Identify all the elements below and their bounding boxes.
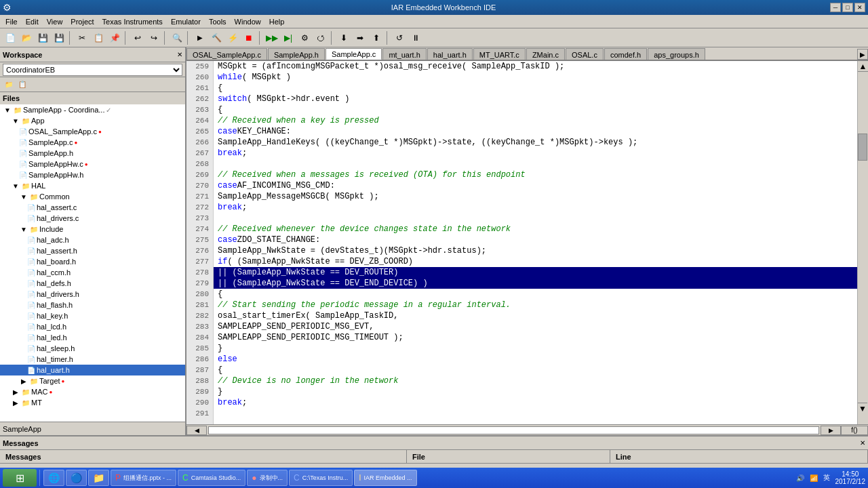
toolbar-paste[interactable]: 📌	[107, 30, 122, 45]
hscroll-bar[interactable]: ◀ ▶ f()	[186, 424, 868, 435]
tree-item-sampleapp-c[interactable]: 📄 SampleApp.c ●	[0, 137, 185, 148]
tree-item-hal-assert-c[interactable]: 📄 hal_assert.c	[0, 202, 185, 213]
window-controls[interactable]: ─ □ ✕	[830, 3, 865, 12]
toolbar-save[interactable]: 💾	[35, 30, 50, 45]
menu-file[interactable]: File	[1, 16, 22, 27]
tab-sampleapp-c[interactable]: SampleApp.c	[326, 48, 382, 60]
tree-item-mt[interactable]: ▶ 📁 MT	[0, 397, 185, 408]
scroll-left-btn[interactable]: ◀	[186, 426, 207, 435]
toolbar-undo[interactable]: ↩	[130, 30, 145, 45]
toolbar-redo[interactable]: ↪	[146, 30, 161, 45]
toolbar-compile[interactable]: ▶	[193, 30, 208, 45]
menu-help[interactable]: Help	[265, 16, 289, 27]
hscroll-thumb[interactable]	[208, 426, 819, 434]
tree-item-sampleapp-h[interactable]: 📄 SampleApp.h	[0, 148, 185, 159]
ws-btn-1[interactable]: 📁	[3, 79, 15, 90]
tree-item-hal-sleep[interactable]: 📄 hal_sleep.h	[0, 343, 185, 354]
tab-mt-uart-c[interactable]: MT_UART.c	[473, 48, 526, 60]
toolbar-reset[interactable]: ↺	[392, 30, 407, 45]
toolbar-rebuild[interactable]: ⚡	[225, 30, 240, 45]
tree-item-target[interactable]: ▶ 📁 Target ●	[0, 375, 185, 386]
scroll-thumb[interactable]	[858, 134, 867, 161]
tree-item-app[interactable]: ▼ 📁 App	[0, 115, 185, 126]
taskbar-item-camtasia[interactable]: C Camtasia Studio...	[178, 470, 245, 486]
tree-item-hal-timer[interactable]: 📄 hal_timer.h	[0, 354, 185, 365]
minimize-button[interactable]: ─	[830, 3, 841, 12]
toolbar-copy[interactable]: 📋	[91, 30, 106, 45]
toolbar-halt[interactable]: ⏸	[408, 30, 423, 45]
tree-item-hal-adc[interactable]: 📄 hal_adc.h	[0, 235, 185, 245]
tree-item-hal-drivers-h[interactable]: 📄 hal_drivers.h	[0, 289, 185, 300]
tree-item-common[interactable]: ▼ 📁 Common	[0, 191, 185, 202]
vertical-scrollbar[interactable]: ▲ ▼	[857, 61, 868, 424]
toolbar-step-into[interactable]: ⬇	[336, 30, 351, 45]
menu-ti[interactable]: Texas Instruments	[98, 16, 167, 27]
tree-item-hal-uart[interactable]: 📄 hal_uart.h	[0, 365, 185, 375]
toolbar-build[interactable]: 🔨	[209, 30, 224, 45]
tab-comdef-h[interactable]: comdef.h	[604, 48, 647, 60]
taskbar-item-browser[interactable]: 🌐	[43, 470, 64, 486]
workspace-close-button[interactable]: ✕	[177, 51, 182, 58]
tree-item-hal-assert-h[interactable]: 📄 hal_assert.h	[0, 245, 185, 256]
tab-zmain-c[interactable]: ZMain.c	[526, 48, 565, 60]
taskbar-item-iar[interactable]: I IAR Embedded ...	[354, 470, 416, 486]
menu-project[interactable]: Project	[66, 16, 98, 27]
toolbar-new[interactable]: 📄	[3, 30, 18, 45]
tree-item-hal-key[interactable]: 📄 hal_key.h	[0, 310, 185, 321]
tree-item-hal[interactable]: ▼ 📁 HAL	[0, 180, 185, 191]
code-line-261: {	[214, 83, 857, 94]
tree-item-hal-led[interactable]: 📄 hal_led.h	[0, 332, 185, 343]
tree-item-hal-board[interactable]: 📄 hal_board.h	[0, 256, 185, 267]
toolbar-cut[interactable]: ✂	[75, 30, 90, 45]
scroll-right-btn[interactable]: ▶	[821, 426, 841, 435]
tab-hal-uart-h[interactable]: hal_uart.h	[427, 48, 473, 60]
toolbar-stop[interactable]: ⏹	[241, 30, 256, 45]
tree-item-hal-defs[interactable]: 📄 hal_defs.h	[0, 278, 185, 289]
tree-item-mac[interactable]: ▶ 📁 MAC ●	[0, 386, 185, 397]
tree-item-hal-flash[interactable]: 📄 hal_flash.h	[0, 300, 185, 310]
menu-view[interactable]: View	[43, 16, 67, 27]
start-button[interactable]: ⊞	[3, 469, 37, 487]
taskbar-item-recording[interactable]: ● 录制中...	[247, 470, 288, 486]
toolbar-debug2[interactable]: ▶|	[281, 30, 296, 45]
tab-scroll-right[interactable]: ▶	[857, 49, 868, 60]
toolbar-debug[interactable]: ▶▶	[264, 30, 279, 45]
workspace-select[interactable]: CoordinatorEB	[3, 64, 182, 76]
toolbar-step-over[interactable]: ➡	[353, 30, 368, 45]
toolbar-debug4[interactable]: ⭯	[313, 30, 328, 45]
close-button[interactable]: ✕	[854, 3, 865, 12]
tree-item-hal-lcd[interactable]: 📄 hal_lcd.h	[0, 321, 185, 332]
menu-emulator[interactable]: Emulator	[167, 16, 205, 27]
tab-aps-groups-h[interactable]: aps_groups.h	[648, 48, 705, 60]
tree-item-sampleapphw-c[interactable]: 📄 SampleAppHw.c ●	[0, 159, 185, 169]
taskbar-item-ppt[interactable]: P 组播通信.pptx - ...	[111, 470, 176, 486]
toolbar-debug3[interactable]: ⚙	[297, 30, 312, 45]
tab-osal-c[interactable]: OSAL.c	[566, 48, 604, 60]
clock: 14:50 2017/2/12	[835, 470, 866, 485]
toolbar-step-out[interactable]: ⬆	[369, 30, 384, 45]
tree-item-osal[interactable]: 📄 OSAL_SampleApp.c ●	[0, 126, 185, 137]
taskbar-item-files[interactable]: 📁	[88, 470, 109, 486]
toolbar-saveall[interactable]: 💾	[52, 30, 66, 45]
scroll-up-btn[interactable]: ▲	[858, 61, 868, 72]
menu-tools[interactable]: Tools	[205, 16, 231, 27]
maximize-button[interactable]: □	[842, 3, 853, 12]
tree-item-hal-drivers-c[interactable]: 📄 hal_drivers.c	[0, 213, 185, 224]
tree-item-sampleapphw-h[interactable]: 📄 SampleAppHw.h	[0, 169, 185, 180]
tab-sampleapp-h[interactable]: SampleApp.h	[268, 48, 325, 60]
code-content[interactable]: MSGpkt = (afIncomingMSGPacket_t *)osal_m…	[214, 61, 857, 424]
tree-item-hal-ccm[interactable]: 📄 hal_ccm.h	[0, 267, 185, 278]
taskbar-item-texas[interactable]: C C:\Texas Instru...	[289, 470, 353, 486]
tab-mt-uart-h[interactable]: mt_uart.h	[382, 48, 426, 60]
ws-btn-2[interactable]: 📋	[16, 79, 28, 90]
messages-close[interactable]: ✕	[860, 439, 865, 447]
toolbar-open[interactable]: 📂	[19, 30, 34, 45]
menu-window[interactable]: Window	[231, 16, 265, 27]
scroll-down-btn[interactable]: ▼	[858, 403, 867, 413]
toolbar-find[interactable]: 🔍	[170, 30, 184, 45]
tab-osal-sampleapp[interactable]: OSAL_SampleApp.c	[186, 48, 267, 60]
taskbar-item-ie[interactable]: 🔵	[66, 470, 87, 486]
tree-item-project[interactable]: ▼ 📁 SampleApp - Coordina... ✓	[0, 104, 185, 115]
tree-item-include[interactable]: ▼ 📁 Include	[0, 224, 185, 235]
menu-edit[interactable]: Edit	[22, 16, 43, 27]
